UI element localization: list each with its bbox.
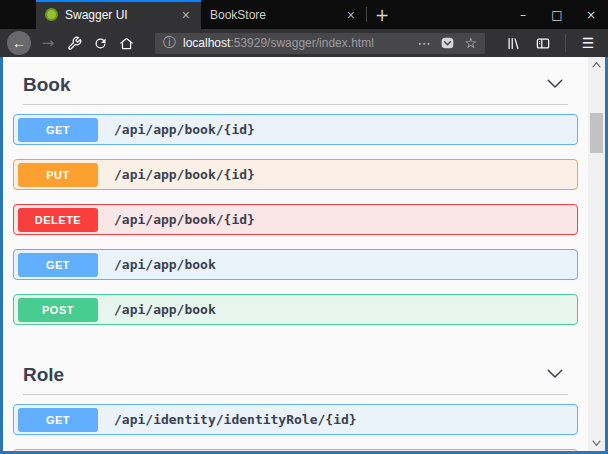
sidebar-icon (535, 36, 551, 51)
method-badge[interactable]: PUT (18, 163, 98, 187)
endpoint-put-identityrole-by-id[interactable]: PUT /api/identity/identityRole/{id} (13, 449, 578, 451)
close-tab-icon[interactable]: × (345, 8, 357, 22)
forward-button[interactable]: → (35, 31, 61, 55)
back-button[interactable]: ← (7, 31, 31, 55)
method-badge[interactable]: POST (18, 298, 98, 322)
close-window-button[interactable]: × (574, 0, 608, 29)
titlebar-drag-space (0, 0, 36, 29)
chevron-down-icon (546, 368, 564, 380)
navigation-toolbar: ← → ⓘ localhost:53929/swagger/index.html… (0, 29, 608, 57)
home-button[interactable] (113, 31, 139, 55)
method-badge[interactable]: GET (18, 408, 98, 432)
endpoint-path: /api/app/book/{id} (114, 212, 255, 227)
endpoint-get-book-by-id[interactable]: GET /api/app/book/{id} (13, 114, 578, 145)
swagger-favicon-icon (45, 8, 58, 21)
new-tab-button[interactable]: + (367, 0, 397, 29)
scrollbar-thumb[interactable] (590, 113, 603, 153)
endpoint-delete-book-by-id[interactable]: DELETE /api/app/book/{id} (13, 204, 578, 235)
swagger-page: Book GET /api/app/book/{id} PUT /api/app… (3, 57, 588, 451)
address-bar-actions: ⋯ ☆ (417, 35, 477, 51)
scroll-up-button[interactable] (588, 57, 605, 73)
scroll-down-button[interactable] (588, 435, 605, 451)
endpoint-path: /api/identity/identityRole/{id} (114, 412, 357, 427)
toolbar-divider (565, 34, 566, 52)
page-viewport: Book GET /api/app/book/{id} PUT /api/app… (0, 57, 608, 454)
wrench-icon (67, 36, 82, 51)
bookmark-star-icon[interactable]: ☆ (464, 35, 477, 51)
browser-window: Swagger UI × BookStore × + – □ × ← → (0, 0, 608, 454)
pocket-icon[interactable] (440, 36, 455, 50)
method-badge[interactable]: GET (18, 253, 98, 277)
section-gap (13, 339, 578, 347)
maximize-button[interactable]: □ (540, 0, 574, 29)
endpoint-post-book[interactable]: POST /api/app/book (13, 294, 578, 325)
tab-title: BookStore (210, 8, 338, 22)
tab-swagger-ui[interactable]: Swagger UI × (36, 0, 201, 29)
tools-button[interactable] (61, 31, 87, 55)
section-book-header[interactable]: Book (13, 57, 578, 104)
endpoint-path: /api/app/book/{id} (114, 122, 255, 137)
section-divider (23, 394, 568, 395)
endpoint-get-book-list[interactable]: GET /api/app/book (13, 249, 578, 280)
menu-button[interactable]: ☰ (575, 31, 601, 55)
scroll-down-icon (592, 440, 601, 446)
section-title: Role (23, 364, 64, 386)
library-button[interactable] (500, 31, 526, 55)
tab-bookstore[interactable]: BookStore × (201, 0, 366, 29)
section-title: Book (23, 74, 71, 96)
section-role-header[interactable]: Role (13, 347, 578, 394)
section-divider (23, 104, 568, 105)
endpoint-path: /api/app/book/{id} (114, 167, 255, 182)
scroll-up-icon (592, 62, 601, 68)
endpoint-put-book-by-id[interactable]: PUT /api/app/book/{id} (13, 159, 578, 190)
method-badge[interactable]: GET (18, 118, 98, 142)
url-path: :53929/swagger/index.html (230, 36, 373, 50)
vertical-scrollbar[interactable] (588, 57, 605, 451)
library-icon (506, 36, 521, 51)
home-icon (119, 36, 134, 51)
endpoint-path: /api/app/book (114, 302, 216, 317)
endpoint-get-identityrole-by-id[interactable]: GET /api/identity/identityRole/{id} (13, 404, 578, 435)
url-text: localhost:53929/swagger/index.html (183, 36, 374, 50)
endpoint-path: /api/app/book (114, 257, 216, 272)
toolbar-right-cluster: ☰ (500, 31, 601, 55)
reload-icon (93, 36, 108, 51)
chevron-down-icon (546, 78, 564, 90)
tab-title: Swagger UI (65, 8, 173, 22)
address-bar[interactable]: ⓘ localhost:53929/swagger/index.html ⋯ ☆ (155, 33, 485, 54)
forward-arrow-icon: → (42, 34, 55, 52)
back-arrow-icon: ← (12, 35, 26, 51)
reload-button[interactable] (87, 31, 113, 55)
collapse-section-button[interactable] (542, 74, 568, 96)
minimize-button[interactable]: – (506, 0, 540, 29)
collapse-section-button[interactable] (542, 364, 568, 386)
page-actions-icon[interactable]: ⋯ (417, 36, 431, 51)
url-host: localhost (183, 36, 230, 50)
sidebar-button[interactable] (530, 31, 556, 55)
close-tab-icon[interactable]: × (180, 8, 192, 22)
site-info-icon[interactable]: ⓘ (163, 34, 176, 52)
hamburger-menu-icon: ☰ (582, 35, 595, 51)
method-badge[interactable]: DELETE (18, 208, 98, 232)
window-controls: – □ × (506, 0, 608, 29)
titlebar: Swagger UI × BookStore × + – □ × (0, 0, 608, 29)
